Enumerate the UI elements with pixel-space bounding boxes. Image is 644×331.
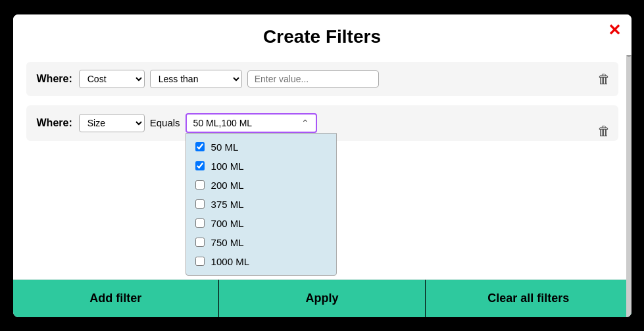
label-1000ml: 1000 ML <box>211 256 249 267</box>
size-dropdown: 50 ML 100 ML 200 ML <box>186 133 337 276</box>
apply-button[interactable]: Apply <box>219 280 426 317</box>
label-50ml: 50 ML <box>211 141 239 153</box>
checkbox-100ml[interactable] <box>195 161 205 170</box>
modal-header: Create Filters ✕ <box>13 14 632 55</box>
modal-body: Where: Cost Size Name Price Less than Gr… <box>13 55 632 279</box>
label-100ml: 100 ML <box>211 161 244 172</box>
chevron-up-icon: ⌃ <box>301 118 309 128</box>
operator-select-1[interactable]: Less than Greater than Equals Contains <box>150 70 242 88</box>
close-button[interactable]: ✕ <box>608 22 621 38</box>
value-input-1[interactable] <box>247 70 379 88</box>
scrollbar-track[interactable] <box>626 14 632 317</box>
dropdown-item-1000ml[interactable]: 1000 ML <box>186 252 336 271</box>
label-375ml: 375 ML <box>211 199 244 210</box>
checkbox-375ml[interactable] <box>195 199 205 209</box>
where-label-1: Where: <box>37 73 72 85</box>
checkbox-700ml[interactable] <box>195 218 205 228</box>
equals-label: Equals <box>150 117 180 128</box>
trash-icon-1: 🗑 <box>597 71 610 86</box>
dropdown-item-100ml[interactable]: 100 ML <box>186 157 336 176</box>
clear-all-filters-button[interactable]: Clear all filters <box>426 280 632 317</box>
filter-row-1: Where: Cost Size Name Price Less than Gr… <box>26 62 618 96</box>
where-label-2: Where: <box>37 117 72 129</box>
dropdown-item-50ml[interactable]: 50 ML <box>186 138 336 157</box>
checkbox-50ml[interactable] <box>195 142 205 151</box>
filter-row-2-top: Where: Cost Size Name Price Equals 50 ML… <box>37 113 608 133</box>
dropdown-item-700ml[interactable]: 700 ML <box>186 214 336 233</box>
checkbox-1000ml[interactable] <box>195 257 205 266</box>
dropdown-item-750ml[interactable]: 750 ML <box>186 233 336 252</box>
label-700ml: 700 ML <box>211 218 244 229</box>
dropdown-item-200ml[interactable]: 200 ML <box>186 176 336 195</box>
label-750ml: 750 ML <box>211 237 244 248</box>
multi-select-box[interactable]: 50 ML,100 ML ⌃ <box>186 113 317 133</box>
multi-select-container: 50 ML,100 ML ⌃ 50 ML 100 ML <box>186 113 317 133</box>
add-filter-button[interactable]: Add filter <box>13 280 220 317</box>
filter-row-2: Where: Cost Size Name Price Equals 50 ML… <box>26 105 618 141</box>
modal-title: Create Filters <box>263 26 381 47</box>
label-200ml: 200 ML <box>211 180 244 191</box>
field-select-1[interactable]: Cost Size Name Price <box>79 70 145 88</box>
delete-filter-2-button[interactable]: 🗑 <box>597 124 610 139</box>
field-select-2[interactable]: Cost Size Name Price <box>79 114 145 132</box>
checkbox-750ml[interactable] <box>195 238 205 247</box>
trash-icon-2: 🗑 <box>597 124 610 138</box>
checkbox-200ml[interactable] <box>195 180 205 190</box>
dropdown-item-375ml[interactable]: 375 ML <box>186 195 336 214</box>
create-filters-modal: Create Filters ✕ Where: Cost Size Name P… <box>13 14 632 317</box>
delete-filter-1-button[interactable]: 🗑 <box>597 71 610 86</box>
multi-select-value: 50 ML,100 ML <box>193 118 253 128</box>
modal-footer: Add filter Apply Clear all filters <box>13 279 632 317</box>
